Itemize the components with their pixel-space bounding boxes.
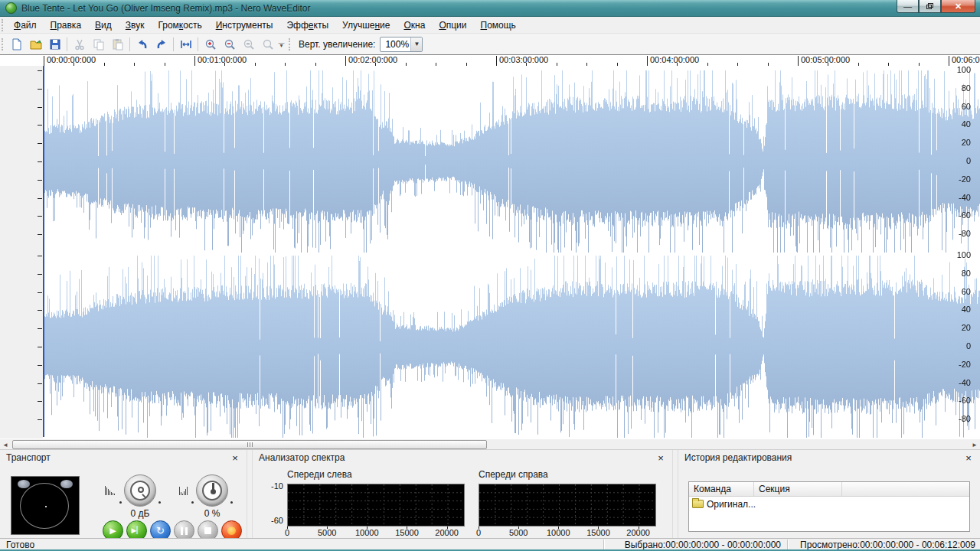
ruler-time-label: 00:06:00:000 bbox=[952, 55, 980, 64]
toolbar-overflow-button[interactable]: —▾ bbox=[277, 36, 286, 53]
menu-item-edit[interactable]: Правка bbox=[44, 18, 89, 33]
history-row-original[interactable]: Оригинал... bbox=[689, 497, 969, 511]
pan-value: 0 % bbox=[189, 508, 235, 519]
vertical-zoom-value: 100% bbox=[381, 39, 410, 50]
save-button[interactable] bbox=[46, 36, 64, 53]
menu-item-windows[interactable]: Окна bbox=[397, 18, 432, 33]
ruler-major-tick bbox=[345, 56, 346, 66]
amplitude-scale-label: -20 bbox=[940, 360, 971, 369]
status-viewed-range: Просмотрено:00:00:00:000 - 00:06:12:009 bbox=[793, 539, 975, 550]
window-title: Blue Tente - Let You Go (Oliver Imseng R… bbox=[21, 3, 897, 14]
panel-splitter[interactable] bbox=[672, 450, 678, 538]
ruler-major-tick bbox=[496, 56, 497, 66]
history-table-header: Команда Секция bbox=[689, 482, 969, 497]
folder-icon bbox=[692, 500, 704, 508]
transport-panel: Транспорт × 0 дБ 0 % ▶▶▏↻ bbox=[0, 450, 247, 538]
restore-button[interactable] bbox=[919, 0, 941, 13]
menu-item-enhance[interactable]: Улучшение bbox=[335, 18, 397, 33]
status-selected-range: Выбрано:00:00:00:000 - 00:00:00:000 bbox=[609, 539, 781, 550]
open-button[interactable] bbox=[27, 36, 44, 53]
menu-items: ФайлПравкаВидЗвукГромкостьИнструментыЭфф… bbox=[7, 18, 523, 33]
scroll-left-button[interactable]: ◄ bbox=[0, 439, 11, 450]
menu-item-view[interactable]: Вид bbox=[88, 18, 119, 33]
horizontal-scrollbar: ◄ ► bbox=[0, 439, 980, 449]
ruler-major-tick bbox=[44, 56, 44, 66]
spectrum-display-right bbox=[479, 484, 656, 527]
pause-button[interactable] bbox=[174, 520, 194, 538]
vectorscope-blob-right bbox=[60, 480, 73, 488]
menu-item-file[interactable]: Файл bbox=[7, 18, 44, 33]
vectorscope-ring bbox=[20, 483, 69, 529]
amplitude-scale-label: 40 bbox=[940, 119, 971, 129]
toolbar-separator bbox=[67, 37, 67, 51]
spectrum-right-label: Спереди справа bbox=[479, 469, 548, 480]
amplitude-scale-label: 20 bbox=[940, 323, 971, 332]
spectrum-x-label: 0 bbox=[476, 528, 481, 537]
toolbar-separator bbox=[173, 37, 174, 51]
record-button[interactable] bbox=[221, 520, 242, 538]
spectrum-x-label: 20000 bbox=[435, 528, 459, 537]
amplitude-scale-label: 20 bbox=[940, 138, 971, 147]
menu-item-tools[interactable]: Инструменты bbox=[209, 18, 280, 33]
amplitude-scale-label: 100 bbox=[940, 250, 971, 259]
spectrum-close-icon[interactable]: × bbox=[655, 452, 666, 463]
spectrum-x-label: 5000 bbox=[509, 528, 528, 537]
history-panel-header: История редактирования × bbox=[678, 450, 980, 465]
play-button[interactable]: ▶ bbox=[103, 520, 123, 538]
scrollbar-thumb[interactable] bbox=[12, 440, 487, 449]
vectorscope-blob-left bbox=[18, 480, 30, 488]
spectrum-x-label: 10000 bbox=[547, 528, 570, 537]
restore-icon bbox=[926, 3, 933, 9]
minimize-button[interactable]: — bbox=[897, 0, 919, 13]
amplitude-scale-label: -20 bbox=[940, 174, 971, 184]
menu-item-help[interactable]: Помощь bbox=[474, 18, 523, 33]
redo-button[interactable] bbox=[152, 36, 170, 53]
toolbar-grip bbox=[2, 38, 5, 51]
zoom-page-button bbox=[259, 36, 276, 53]
toolbar-separator bbox=[198, 37, 198, 51]
menu-item-effects[interactable]: Эффекты bbox=[279, 18, 335, 33]
chevron-down-icon[interactable]: ▼ bbox=[410, 37, 422, 51]
history-row-label: Оригинал... bbox=[707, 499, 756, 510]
undo-button[interactable] bbox=[133, 36, 151, 53]
amplitude-scale-label: 60 bbox=[940, 102, 971, 111]
menu-item-options[interactable]: Опции bbox=[432, 18, 473, 33]
history-column-command[interactable]: Команда bbox=[689, 482, 754, 496]
zoom-selection-button bbox=[240, 36, 257, 53]
spectrum-panel-header: Анализатор спектра × bbox=[253, 450, 672, 465]
spectrum-y-label: -10 bbox=[263, 481, 283, 491]
menu-item-sound[interactable]: Звук bbox=[119, 18, 152, 33]
panel-splitter[interactable] bbox=[247, 450, 253, 538]
fit-width-button[interactable] bbox=[177, 36, 194, 53]
volume-knob[interactable] bbox=[124, 474, 156, 507]
waveform-area[interactable]: 100806040200-20-40-60-80100806040200-20-… bbox=[0, 66, 980, 439]
play-to-end-button[interactable]: ▶▏ bbox=[126, 520, 147, 538]
amplitude-scale-label: -60 bbox=[940, 210, 971, 220]
volume-meter-icon bbox=[105, 484, 115, 495]
transport-close-icon[interactable]: × bbox=[230, 452, 240, 463]
amplitude-scale-label: -80 bbox=[940, 414, 971, 423]
paste-button bbox=[109, 36, 126, 53]
cut-button bbox=[70, 36, 88, 53]
history-column-section[interactable]: Секция bbox=[754, 482, 842, 496]
playhead-cursor[interactable] bbox=[43, 66, 44, 437]
history-panel-title: История редактирования bbox=[684, 452, 963, 463]
pan-knob[interactable] bbox=[196, 474, 228, 507]
scroll-right-button[interactable]: ► bbox=[969, 439, 980, 450]
amplitude-scale-label: 100 bbox=[940, 65, 971, 74]
ruler-time-label: 00:05:00:000 bbox=[801, 55, 850, 64]
loop-button[interactable]: ↻ bbox=[150, 520, 171, 538]
vertical-zoom-combobox[interactable]: 100% ▼ bbox=[380, 37, 423, 52]
spectrum-x-label: 0 bbox=[285, 528, 289, 537]
statusbar: Готово Выбрано:00:00:00:000 - 00:00:00:0… bbox=[0, 538, 980, 551]
zoom-out-button[interactable] bbox=[220, 36, 238, 53]
spectrum-x-label: 10000 bbox=[355, 528, 379, 537]
close-button[interactable]: ✕ bbox=[941, 0, 975, 13]
stop-button[interactable] bbox=[198, 520, 218, 538]
new-button[interactable] bbox=[8, 36, 25, 53]
copy-button bbox=[90, 36, 107, 53]
menu-item-volume[interactable]: Громкость bbox=[151, 18, 208, 33]
history-close-icon[interactable]: × bbox=[963, 452, 974, 463]
spectrum-panel: Анализатор спектра × Спереди слева Спере… bbox=[253, 450, 672, 538]
zoom-in-button[interactable] bbox=[201, 36, 219, 53]
